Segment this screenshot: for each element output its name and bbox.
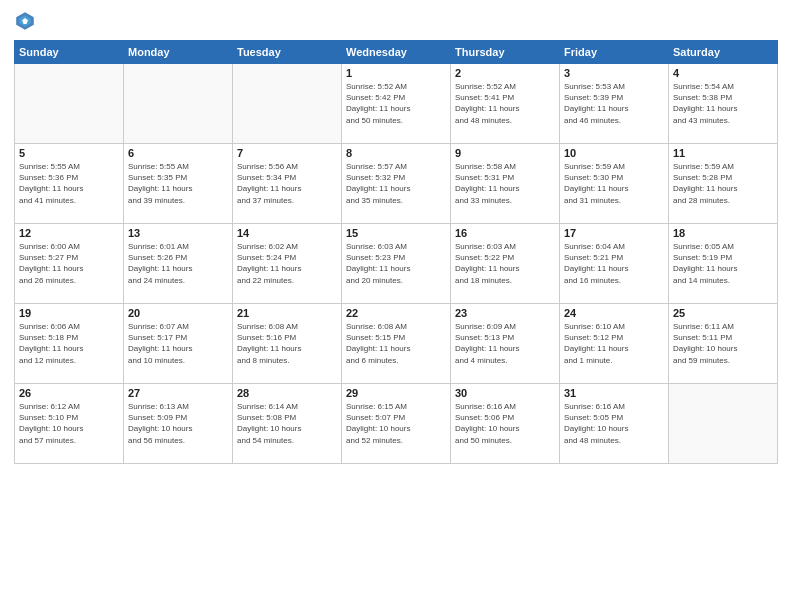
calendar-cell: 13Sunrise: 6:01 AM Sunset: 5:26 PM Dayli… [124, 224, 233, 304]
day-header-wednesday: Wednesday [342, 41, 451, 64]
day-number: 7 [237, 147, 337, 159]
day-info: Sunrise: 6:01 AM Sunset: 5:26 PM Dayligh… [128, 241, 228, 286]
day-info: Sunrise: 5:53 AM Sunset: 5:39 PM Dayligh… [564, 81, 664, 126]
day-info: Sunrise: 6:11 AM Sunset: 5:11 PM Dayligh… [673, 321, 773, 366]
calendar-cell: 2Sunrise: 5:52 AM Sunset: 5:41 PM Daylig… [451, 64, 560, 144]
calendar-cell: 15Sunrise: 6:03 AM Sunset: 5:23 PM Dayli… [342, 224, 451, 304]
calendar-cell: 26Sunrise: 6:12 AM Sunset: 5:10 PM Dayli… [15, 384, 124, 464]
day-info: Sunrise: 6:15 AM Sunset: 5:07 PM Dayligh… [346, 401, 446, 446]
calendar-week-3: 12Sunrise: 6:00 AM Sunset: 5:27 PM Dayli… [15, 224, 778, 304]
calendar-cell: 10Sunrise: 5:59 AM Sunset: 5:30 PM Dayli… [560, 144, 669, 224]
day-number: 14 [237, 227, 337, 239]
day-number: 28 [237, 387, 337, 399]
logo [14, 10, 40, 32]
calendar-cell: 8Sunrise: 5:57 AM Sunset: 5:32 PM Daylig… [342, 144, 451, 224]
calendar-cell: 21Sunrise: 6:08 AM Sunset: 5:16 PM Dayli… [233, 304, 342, 384]
day-info: Sunrise: 5:59 AM Sunset: 5:28 PM Dayligh… [673, 161, 773, 206]
page: SundayMondayTuesdayWednesdayThursdayFrid… [0, 0, 792, 612]
calendar-cell [124, 64, 233, 144]
calendar-cell: 28Sunrise: 6:14 AM Sunset: 5:08 PM Dayli… [233, 384, 342, 464]
calendar-week-2: 5Sunrise: 5:55 AM Sunset: 5:36 PM Daylig… [15, 144, 778, 224]
calendar-cell [233, 64, 342, 144]
calendar-cell: 7Sunrise: 5:56 AM Sunset: 5:34 PM Daylig… [233, 144, 342, 224]
calendar-cell: 16Sunrise: 6:03 AM Sunset: 5:22 PM Dayli… [451, 224, 560, 304]
calendar-cell: 31Sunrise: 6:16 AM Sunset: 5:05 PM Dayli… [560, 384, 669, 464]
day-info: Sunrise: 6:08 AM Sunset: 5:16 PM Dayligh… [237, 321, 337, 366]
calendar-cell: 18Sunrise: 6:05 AM Sunset: 5:19 PM Dayli… [669, 224, 778, 304]
day-number: 17 [564, 227, 664, 239]
day-number: 5 [19, 147, 119, 159]
day-info: Sunrise: 6:12 AM Sunset: 5:10 PM Dayligh… [19, 401, 119, 446]
day-info: Sunrise: 6:14 AM Sunset: 5:08 PM Dayligh… [237, 401, 337, 446]
day-number: 25 [673, 307, 773, 319]
day-number: 11 [673, 147, 773, 159]
day-header-tuesday: Tuesday [233, 41, 342, 64]
day-info: Sunrise: 6:10 AM Sunset: 5:12 PM Dayligh… [564, 321, 664, 366]
day-number: 30 [455, 387, 555, 399]
calendar-cell [669, 384, 778, 464]
day-header-saturday: Saturday [669, 41, 778, 64]
day-info: Sunrise: 6:03 AM Sunset: 5:22 PM Dayligh… [455, 241, 555, 286]
day-info: Sunrise: 5:57 AM Sunset: 5:32 PM Dayligh… [346, 161, 446, 206]
calendar-cell: 17Sunrise: 6:04 AM Sunset: 5:21 PM Dayli… [560, 224, 669, 304]
day-number: 22 [346, 307, 446, 319]
day-number: 12 [19, 227, 119, 239]
day-info: Sunrise: 5:52 AM Sunset: 5:41 PM Dayligh… [455, 81, 555, 126]
day-info: Sunrise: 6:06 AM Sunset: 5:18 PM Dayligh… [19, 321, 119, 366]
calendar-cell: 9Sunrise: 5:58 AM Sunset: 5:31 PM Daylig… [451, 144, 560, 224]
day-number: 27 [128, 387, 228, 399]
day-number: 18 [673, 227, 773, 239]
calendar-cell: 4Sunrise: 5:54 AM Sunset: 5:38 PM Daylig… [669, 64, 778, 144]
day-number: 23 [455, 307, 555, 319]
calendar-cell: 23Sunrise: 6:09 AM Sunset: 5:13 PM Dayli… [451, 304, 560, 384]
calendar-cell: 22Sunrise: 6:08 AM Sunset: 5:15 PM Dayli… [342, 304, 451, 384]
calendar-week-4: 19Sunrise: 6:06 AM Sunset: 5:18 PM Dayli… [15, 304, 778, 384]
calendar-cell: 3Sunrise: 5:53 AM Sunset: 5:39 PM Daylig… [560, 64, 669, 144]
day-info: Sunrise: 6:16 AM Sunset: 5:06 PM Dayligh… [455, 401, 555, 446]
calendar-cell: 1Sunrise: 5:52 AM Sunset: 5:42 PM Daylig… [342, 64, 451, 144]
day-info: Sunrise: 5:54 AM Sunset: 5:38 PM Dayligh… [673, 81, 773, 126]
day-number: 13 [128, 227, 228, 239]
day-number: 1 [346, 67, 446, 79]
day-info: Sunrise: 6:03 AM Sunset: 5:23 PM Dayligh… [346, 241, 446, 286]
day-header-thursday: Thursday [451, 41, 560, 64]
calendar-cell: 12Sunrise: 6:00 AM Sunset: 5:27 PM Dayli… [15, 224, 124, 304]
day-number: 2 [455, 67, 555, 79]
day-header-monday: Monday [124, 41, 233, 64]
day-info: Sunrise: 5:55 AM Sunset: 5:35 PM Dayligh… [128, 161, 228, 206]
calendar-cell: 27Sunrise: 6:13 AM Sunset: 5:09 PM Dayli… [124, 384, 233, 464]
day-info: Sunrise: 5:52 AM Sunset: 5:42 PM Dayligh… [346, 81, 446, 126]
day-info: Sunrise: 6:09 AM Sunset: 5:13 PM Dayligh… [455, 321, 555, 366]
logo-icon [14, 10, 36, 32]
day-info: Sunrise: 6:13 AM Sunset: 5:09 PM Dayligh… [128, 401, 228, 446]
day-number: 19 [19, 307, 119, 319]
day-info: Sunrise: 5:59 AM Sunset: 5:30 PM Dayligh… [564, 161, 664, 206]
day-info: Sunrise: 6:00 AM Sunset: 5:27 PM Dayligh… [19, 241, 119, 286]
day-number: 20 [128, 307, 228, 319]
calendar-cell: 6Sunrise: 5:55 AM Sunset: 5:35 PM Daylig… [124, 144, 233, 224]
day-number: 9 [455, 147, 555, 159]
day-number: 31 [564, 387, 664, 399]
day-info: Sunrise: 5:55 AM Sunset: 5:36 PM Dayligh… [19, 161, 119, 206]
calendar-cell: 24Sunrise: 6:10 AM Sunset: 5:12 PM Dayli… [560, 304, 669, 384]
calendar-cell: 20Sunrise: 6:07 AM Sunset: 5:17 PM Dayli… [124, 304, 233, 384]
day-header-friday: Friday [560, 41, 669, 64]
calendar-week-5: 26Sunrise: 6:12 AM Sunset: 5:10 PM Dayli… [15, 384, 778, 464]
day-header-sunday: Sunday [15, 41, 124, 64]
day-number: 4 [673, 67, 773, 79]
day-number: 10 [564, 147, 664, 159]
calendar-cell: 11Sunrise: 5:59 AM Sunset: 5:28 PM Dayli… [669, 144, 778, 224]
day-number: 24 [564, 307, 664, 319]
day-number: 29 [346, 387, 446, 399]
day-info: Sunrise: 5:56 AM Sunset: 5:34 PM Dayligh… [237, 161, 337, 206]
calendar: SundayMondayTuesdayWednesdayThursdayFrid… [14, 40, 778, 464]
calendar-cell: 25Sunrise: 6:11 AM Sunset: 5:11 PM Dayli… [669, 304, 778, 384]
calendar-cell [15, 64, 124, 144]
calendar-cell: 30Sunrise: 6:16 AM Sunset: 5:06 PM Dayli… [451, 384, 560, 464]
calendar-cell: 29Sunrise: 6:15 AM Sunset: 5:07 PM Dayli… [342, 384, 451, 464]
day-info: Sunrise: 5:58 AM Sunset: 5:31 PM Dayligh… [455, 161, 555, 206]
day-number: 26 [19, 387, 119, 399]
day-number: 6 [128, 147, 228, 159]
day-number: 3 [564, 67, 664, 79]
calendar-header-row: SundayMondayTuesdayWednesdayThursdayFrid… [15, 41, 778, 64]
